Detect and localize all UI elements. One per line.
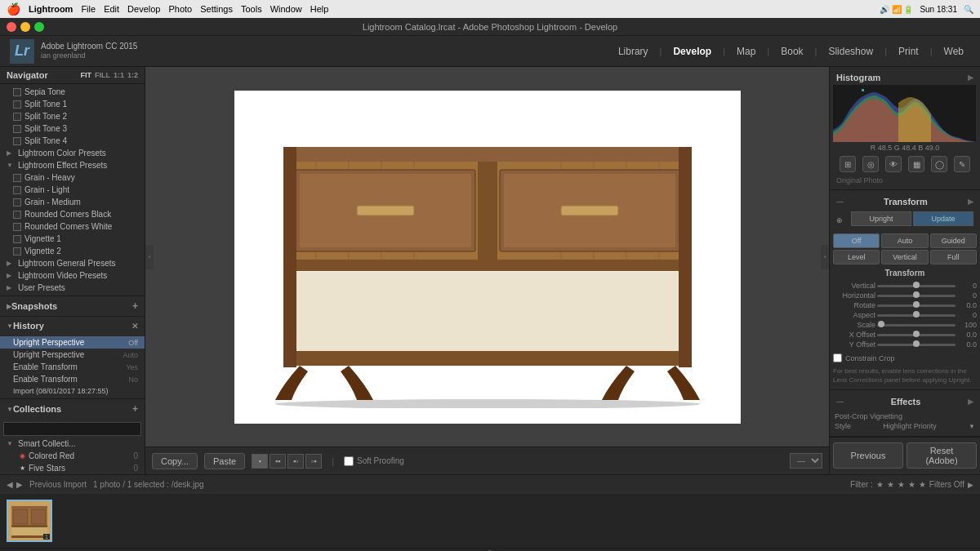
preset-rounded-black[interactable]: Rounded Corners Black bbox=[0, 208, 145, 220]
spot-removal[interactable]: ◎ bbox=[862, 156, 879, 172]
paste-button[interactable]: Paste bbox=[204, 453, 245, 469]
transform-header[interactable]: — Transform ▶ bbox=[833, 193, 977, 210]
view-compare[interactable]: ▫▪ bbox=[305, 454, 322, 469]
constrain-crop-checkbox[interactable] bbox=[833, 353, 842, 362]
preset-grain-light[interactable]: Grain - Light bbox=[0, 184, 145, 196]
nav-ctrl-fill[interactable]: FILL bbox=[95, 71, 110, 79]
history-header[interactable]: ▼ History ✕ bbox=[0, 317, 145, 335]
nav-slideshow[interactable]: Slideshow bbox=[822, 42, 880, 60]
adjustment-brush[interactable]: ✎ bbox=[954, 156, 970, 172]
collections-search-input[interactable] bbox=[3, 422, 141, 436]
view-split[interactable]: ▪▫ bbox=[287, 454, 304, 469]
radial-filter[interactable]: ◯ bbox=[931, 156, 947, 172]
filter-star-5[interactable]: ★ bbox=[919, 480, 926, 489]
collection-five-stars[interactable]: ★ Five Stars 0 bbox=[0, 462, 145, 474]
nav-develop[interactable]: Develop bbox=[666, 42, 718, 60]
transform-auto[interactable]: Auto bbox=[881, 233, 928, 248]
aspect-track[interactable] bbox=[877, 314, 956, 317]
view-side-by-side[interactable]: ▪▪ bbox=[270, 454, 286, 469]
menu-window[interactable]: Window bbox=[270, 4, 302, 14]
filmstrip-thumb-1[interactable]: 1 bbox=[7, 500, 52, 542]
history-item-3[interactable]: Enable Transform No bbox=[0, 373, 145, 385]
copy-button[interactable]: Copy... bbox=[152, 453, 198, 469]
app-name[interactable]: Lightroom bbox=[29, 4, 73, 14]
xoffset-track[interactable] bbox=[877, 334, 956, 336]
minimize-button[interactable] bbox=[20, 22, 30, 32]
previous-button[interactable]: Previous bbox=[833, 442, 903, 469]
preset-sepia[interactable]: Sepia Tone bbox=[0, 86, 145, 98]
nav-next[interactable]: ▶ bbox=[16, 480, 23, 489]
filter-star-4[interactable]: ★ bbox=[908, 480, 915, 489]
filter-star-2[interactable]: ★ bbox=[887, 480, 894, 489]
crop-tool[interactable]: ⊞ bbox=[840, 156, 856, 172]
transform-off[interactable]: Off bbox=[833, 233, 880, 248]
history-item-2[interactable]: Enable Transform Yes bbox=[0, 361, 145, 373]
scale-track[interactable] bbox=[877, 324, 956, 327]
menu-tools[interactable]: Tools bbox=[241, 4, 262, 14]
menu-photo[interactable]: Photo bbox=[168, 4, 192, 14]
collections-header[interactable]: ▼ Collections + bbox=[0, 399, 145, 419]
soft-proofing-toggle[interactable]: Soft Proofing bbox=[344, 456, 404, 466]
nav-web[interactable]: Web bbox=[938, 42, 970, 60]
menu-edit[interactable]: Edit bbox=[104, 4, 119, 14]
right-panel-collapse[interactable]: › bbox=[821, 245, 829, 269]
histogram-expand[interactable]: ▶ bbox=[968, 73, 973, 82]
close-button[interactable] bbox=[7, 22, 16, 32]
history-close[interactable]: ✕ bbox=[131, 322, 138, 331]
horizontal-track[interactable] bbox=[877, 295, 956, 297]
snapshots-header[interactable]: ▶ Snapshots + bbox=[0, 296, 145, 316]
filter-star-3[interactable]: ★ bbox=[898, 480, 905, 489]
preset-rounded-white[interactable]: Rounded Corners White bbox=[0, 220, 145, 233]
transform-full[interactable]: Full bbox=[930, 250, 977, 264]
group-user-presets[interactable]: ▶ User Presets bbox=[0, 282, 145, 294]
group-general-presets[interactable]: ▶ Lightroom General Presets bbox=[0, 257, 145, 269]
nav-ctrl-1-1[interactable]: 1:1 bbox=[114, 71, 124, 79]
collection-colored-red[interactable]: ◉ Colored Red 0 bbox=[0, 450, 145, 462]
reset-button[interactable]: Reset (Adobe) bbox=[906, 442, 977, 469]
graduated-filter[interactable]: ▦ bbox=[908, 156, 924, 172]
transform-level[interactable]: Level bbox=[833, 250, 880, 264]
filter-star-1[interactable]: ★ bbox=[876, 480, 884, 489]
preset-split1[interactable]: Split Tone 1 bbox=[0, 98, 145, 110]
develop-select[interactable]: — bbox=[790, 453, 822, 469]
fullscreen-button[interactable] bbox=[34, 22, 44, 32]
effects-header[interactable]: — Effects ▶ bbox=[833, 393, 977, 410]
group-color-presets[interactable]: ▶ Lightroom Color Presets bbox=[0, 147, 145, 159]
spotlight-icon[interactable]: 🔍 bbox=[964, 5, 973, 14]
nav-map[interactable]: Map bbox=[730, 42, 762, 60]
menu-file[interactable]: File bbox=[81, 4, 96, 14]
preset-vignette2[interactable]: Vignette 2 bbox=[0, 245, 145, 257]
nav-print[interactable]: Print bbox=[892, 42, 925, 60]
soft-proofing-checkbox[interactable] bbox=[344, 456, 354, 466]
preset-grain-heavy[interactable]: Grain - Heavy bbox=[0, 171, 145, 184]
transform-guided[interactable]: Guided bbox=[930, 233, 977, 248]
menu-settings[interactable]: Settings bbox=[200, 4, 233, 14]
filter-expand[interactable]: ▶ bbox=[968, 481, 973, 489]
red-eye[interactable]: 👁 bbox=[885, 156, 902, 172]
vertical-track[interactable] bbox=[877, 285, 956, 287]
smart-collections-group[interactable]: ▼ Smart Collecti... bbox=[0, 438, 145, 450]
transform-vertical[interactable]: Vertical bbox=[881, 250, 928, 264]
preset-vignette1[interactable]: Vignette 1 bbox=[0, 233, 145, 245]
menu-help[interactable]: Help bbox=[310, 4, 329, 14]
yoffset-track[interactable] bbox=[877, 344, 956, 346]
window-controls[interactable] bbox=[7, 22, 44, 32]
style-value[interactable]: Highlight Priority bbox=[883, 422, 937, 430]
history-item-4[interactable]: Import (08/01/2017 18:27:55) bbox=[0, 385, 145, 397]
collections-add[interactable]: + bbox=[132, 403, 138, 415]
left-panel-collapse[interactable]: ‹ bbox=[145, 245, 154, 269]
nav-ctrl-1-2[interactable]: 1:2 bbox=[127, 71, 138, 79]
preset-split3[interactable]: Split Tone 3 bbox=[0, 122, 145, 135]
apple-menu[interactable]: 🍎 bbox=[7, 2, 20, 16]
history-item-0[interactable]: Upright Perspective Off bbox=[0, 336, 145, 349]
nav-library[interactable]: Library bbox=[612, 42, 655, 60]
histogram-header[interactable]: Histogram ▶ bbox=[833, 70, 977, 85]
view-single[interactable]: ▪ bbox=[252, 454, 268, 469]
rotate-track[interactable] bbox=[877, 304, 956, 307]
history-item-1[interactable]: Upright Perspective Auto bbox=[0, 349, 145, 361]
menu-develop[interactable]: Develop bbox=[127, 4, 160, 14]
nav-ctrl-fit[interactable]: FIT bbox=[80, 71, 91, 79]
update-button[interactable]: Update bbox=[913, 211, 973, 226]
preset-split4[interactable]: Split Tone 4 bbox=[0, 135, 145, 147]
filmstrip-expand-btn[interactable]: ▼ bbox=[0, 548, 980, 551]
